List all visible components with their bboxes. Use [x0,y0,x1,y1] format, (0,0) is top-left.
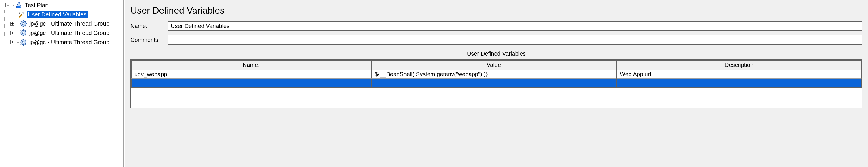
table-empty-area[interactable] [130,88,862,108]
cell-value[interactable] [371,79,616,87]
tree-connector [16,37,19,47]
svg-line-37 [21,39,22,40]
cell-desc[interactable] [616,79,862,87]
form-row-name: Name: [130,21,862,31]
name-label: Name: [130,23,168,29]
svg-line-12 [25,25,26,26]
svg-line-24 [21,30,22,31]
app-root: Test Plan User Defined Variables [0,0,868,167]
svg-point-32 [23,41,25,43]
tree-guide [1,19,10,28]
gear-icon [20,29,27,37]
tree-connector [16,28,19,37]
form-row-comments: Comments: [130,35,862,45]
tree-label-tg2: jp@gc - Ultimate Thread Group [29,29,111,37]
svg-line-14 [21,25,22,26]
tree-label-udv: User Defined Variables [27,11,88,18]
svg-line-39 [25,39,26,40]
gear-icon [20,20,27,27]
name-input[interactable] [168,21,862,31]
content-panel: User Defined Variables Name: Comments: U… [124,0,868,167]
table-caption: User Defined Variables [130,51,862,57]
tree-node-threadgroup-3[interactable]: jp@gc - Ultimate Thread Group [0,37,123,47]
gear-icon [20,38,27,46]
svg-point-19 [23,32,25,34]
comments-label: Comments: [130,37,168,43]
tree-label-tg1: jp@gc - Ultimate Thread Group [29,20,111,27]
tree-node-udv[interactable]: User Defined Variables [0,10,123,19]
svg-line-25 [25,35,26,35]
tree-node-threadgroup-2[interactable]: jp@gc - Ultimate Thread Group [0,28,123,37]
svg-line-38 [25,44,26,45]
tree-guide [1,28,10,37]
expand-icon[interactable] [10,39,15,45]
cell-desc[interactable]: Web App url [616,70,862,79]
tree-connector [7,1,14,10]
svg-line-40 [21,44,22,45]
col-desc[interactable]: Description [616,60,862,70]
svg-line-11 [21,21,22,22]
svg-line-27 [21,35,22,35]
table-row-selected-empty[interactable] [131,79,862,87]
comments-input[interactable] [168,35,862,45]
tree-label-tg3: jp@gc - Ultimate Thread Group [29,39,111,46]
panel-title: User Defined Variables [130,5,862,16]
col-name[interactable]: Name: [131,60,371,70]
variables-table-wrapper: Name: Value Description udv_webapp ${__B… [130,59,862,108]
tree-panel: Test Plan User Defined Variables [0,0,124,167]
variables-table[interactable]: Name: Value Description udv_webapp ${__B… [130,59,862,88]
svg-point-6 [23,23,25,25]
tree-node-test-plan[interactable]: Test Plan [0,1,123,10]
tree-connector [10,10,17,19]
tree-guide [1,10,10,19]
table-row[interactable]: udv_webapp ${__BeanShell( System.getenv(… [131,70,862,79]
tree-node-threadgroup-1[interactable]: jp@gc - Ultimate Thread Group [0,19,123,28]
cell-value[interactable]: ${__BeanShell( System.getenv("webapp") )… [371,70,616,79]
svg-line-26 [25,30,26,31]
wrench-icon [18,11,25,18]
cell-name[interactable] [131,79,371,87]
flask-icon [15,1,23,9]
expand-icon[interactable] [10,21,15,26]
svg-line-13 [25,21,26,22]
table-header-row: Name: Value Description [131,60,862,70]
cell-name[interactable]: udv_webapp [131,70,371,79]
collapse-icon[interactable] [1,3,6,8]
col-value[interactable]: Value [371,60,616,70]
tree-label-test-plan: Test Plan [24,2,50,9]
expand-icon[interactable] [10,30,15,35]
tree-connector [16,19,19,28]
